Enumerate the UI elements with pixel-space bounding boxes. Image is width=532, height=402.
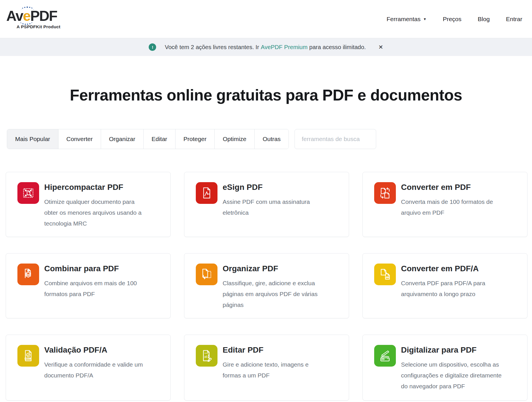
svg-text:ab: ab: [204, 355, 208, 358]
scan-icon: [374, 345, 396, 367]
logo-wordmark: AvePDF: [6, 9, 61, 23]
card-editar-pdf[interactable]: ab Editar PDF Gire e adicione texto, ima…: [184, 335, 349, 401]
banner-text-before: Você tem 2 ações livres restantes. Ir: [165, 44, 259, 51]
edit-icon: ab: [196, 345, 217, 367]
card-description: Gire e adicione texto, imagens e formas …: [223, 359, 325, 381]
nav-entrar[interactable]: Entrar: [506, 16, 522, 23]
logo-laurel-e: e: [23, 9, 30, 23]
card-body: Editar PDF Gire e adicione texto, imagen…: [223, 345, 340, 381]
card-converter-em-pdfa[interactable]: PDF/A Converter em PDF/A Converta PDF pa…: [362, 253, 527, 318]
card-body: Digitalizar para PDF Selecione um dispos…: [401, 345, 519, 392]
convert-to-pdfa-icon: PDF/A: [374, 264, 396, 285]
validate-pdfa-icon: PDF/A: [17, 345, 39, 367]
card-body: Converter em PDF Converta mais de 100 fo…: [401, 182, 519, 218]
nav-entrar-label: Entrar: [506, 16, 522, 23]
card-body: Validação PDF/A Verifique a conformidade…: [44, 345, 162, 381]
card-description: Converta PDF para PDF/A para arquivament…: [401, 278, 504, 300]
card-title: Digitalizar para PDF: [401, 345, 519, 355]
organize-icon: [196, 264, 217, 285]
card-combinar-para-pdf[interactable]: Combinar para PDF Combine arquivos em ma…: [6, 253, 171, 318]
svg-text:PDF/A: PDF/A: [385, 276, 389, 278]
logo-subtitle: A PSPDFKit Product: [6, 24, 61, 29]
tab-mais-popular[interactable]: Mais Popular: [7, 129, 58, 149]
page-title: Ferramentas online gratuitas para PDF e …: [0, 86, 532, 104]
site-header: AvePDF A PSPDFKit Product Ferramentas ▼ …: [0, 0, 532, 38]
card-converter-em-pdf[interactable]: Converter em PDF Converta mais de 100 fo…: [362, 172, 527, 237]
card-body: Combinar para PDF Combine arquivos em ma…: [44, 264, 162, 300]
main-nav: Ferramentas ▼ Preços Blog Entrar: [386, 16, 522, 23]
nav-ferramentas[interactable]: Ferramentas ▼: [386, 16, 426, 23]
card-description: Classifique, gire, adicione e exclua pág…: [223, 278, 325, 310]
card-organizar-pdf[interactable]: Organizar PDF Classifique, gire, adicion…: [184, 253, 349, 318]
combine-icon: [17, 264, 39, 285]
close-icon[interactable]: ✕: [378, 44, 383, 51]
card-description: Assine PDF com uma assinatura eletrônica: [223, 196, 325, 218]
card-description: Combine arquivos em mais de 100 formatos…: [44, 278, 147, 300]
tab-optimize[interactable]: Optimize: [214, 129, 254, 149]
banner-text-after: para acesso ilimitado.: [309, 44, 366, 51]
card-title: Hipercompactar PDF: [44, 183, 162, 192]
tab-editar[interactable]: Editar: [143, 129, 175, 149]
info-icon: !: [149, 43, 156, 51]
logo-pdf: PDF: [30, 8, 57, 24]
esign-icon: [196, 182, 217, 204]
card-title: Converter em PDF/A: [401, 264, 519, 273]
card-esign-pdf[interactable]: eSign PDF Assine PDF com uma assinatura …: [184, 172, 349, 237]
compress-icon: [17, 182, 39, 204]
nav-blog[interactable]: Blog: [478, 16, 490, 23]
avepdf-logo[interactable]: AvePDF A PSPDFKit Product: [6, 9, 61, 29]
chevron-down-icon: ▼: [423, 17, 427, 21]
card-title: Organizar PDF: [223, 264, 340, 273]
card-description: Converta mais de 100 formatos de arquivo…: [401, 196, 504, 218]
card-title: Combinar para PDF: [44, 264, 162, 273]
tab-converter[interactable]: Converter: [58, 129, 101, 149]
card-title: Converter em PDF: [401, 183, 519, 192]
card-body: Organizar PDF Classifique, gire, adicion…: [223, 264, 340, 310]
card-title: eSign PDF: [223, 183, 340, 192]
card-validacao-pdfa[interactable]: PDF/A Validação PDF/A Verifique a confor…: [6, 335, 171, 401]
card-title: Validação PDF/A: [44, 345, 162, 355]
tab-outras[interactable]: Outras: [254, 129, 289, 149]
svg-text:PDF/A: PDF/A: [26, 358, 30, 359]
nav-precos[interactable]: Preços: [443, 16, 461, 23]
filter-bar: Mais Popular Converter Organizar Editar …: [7, 129, 525, 149]
category-tabs: Mais Popular Converter Organizar Editar …: [7, 129, 289, 149]
nav-blog-label: Blog: [478, 16, 490, 23]
tools-grid: Hipercompactar PDF Otimize qualquer docu…: [6, 172, 527, 401]
search-input[interactable]: [295, 129, 376, 149]
card-body: Hipercompactar PDF Otimize qualquer docu…: [44, 182, 162, 229]
card-digitalizar-para-pdf[interactable]: Digitalizar para PDF Selecione um dispos…: [362, 335, 527, 401]
card-description: Otimize qualquer documento para obter os…: [44, 196, 147, 229]
card-body: Converter em PDF/A Converta PDF para PDF…: [401, 264, 519, 300]
card-description: Verifique a conformidade e valide um doc…: [44, 359, 147, 381]
card-hipercompactar-pdf[interactable]: Hipercompactar PDF Otimize qualquer docu…: [6, 172, 171, 237]
tab-proteger[interactable]: Proteger: [175, 129, 215, 149]
nav-precos-label: Preços: [443, 16, 461, 23]
tab-organizar[interactable]: Organizar: [101, 129, 143, 149]
card-body: eSign PDF Assine PDF com uma assinatura …: [223, 182, 340, 218]
card-title: Editar PDF: [223, 345, 340, 355]
free-actions-banner: ! Você tem 2 ações livres restantes. Ir …: [0, 38, 532, 56]
convert-to-pdf-icon: [374, 182, 396, 204]
nav-ferramentas-label: Ferramentas: [386, 16, 420, 23]
card-description: Selecione um dispositivo, escolha as con…: [401, 359, 504, 392]
premium-link[interactable]: AvePDF Premium: [261, 44, 308, 51]
